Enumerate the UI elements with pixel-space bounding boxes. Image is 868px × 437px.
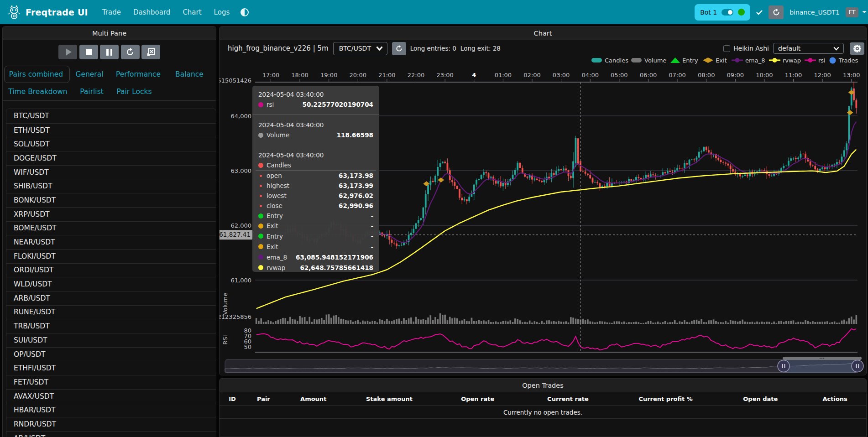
pair-list-item[interactable]: FLOKI/USDT xyxy=(6,249,216,263)
freqtrade-logo-icon xyxy=(7,5,21,20)
tooltip-row-rsi: rsi50.22577020190704 xyxy=(258,99,373,109)
column-header-id[interactable]: ID xyxy=(220,395,245,402)
pair-list-item[interactable]: FET/USDT xyxy=(6,375,216,389)
tab-pair-locks[interactable]: Pair Locks xyxy=(116,88,152,96)
pair-list-item[interactable]: BOME/USDT xyxy=(6,221,216,235)
tooltip-row-Candles: Candles xyxy=(258,160,373,170)
clear-chart-button[interactable] xyxy=(141,45,160,59)
tab-time-breakdown[interactable]: Time Breakdown xyxy=(8,88,67,96)
long-exit-count: Long exit: 28 xyxy=(460,45,501,52)
legend-candles[interactable]: Candles xyxy=(591,56,628,65)
legend-entry[interactable]: Entry xyxy=(670,56,698,65)
svg-text:13:00: 13:00 xyxy=(843,72,860,78)
column-header-open-date[interactable]: Open date xyxy=(717,395,804,402)
tooltip-date: 2024-05-04 03:40:00 xyxy=(258,120,373,130)
legend-ema_8[interactable]: ema_8 xyxy=(732,56,765,65)
column-header-current-profit-pct[interactable]: Current profit % xyxy=(614,395,717,402)
pair-list-item[interactable]: XRP/USDT xyxy=(6,207,216,221)
svg-text:09:00: 09:00 xyxy=(727,72,744,78)
navigator-handle[interactable] xyxy=(778,360,790,372)
avatar: FT xyxy=(846,7,858,17)
navigator-handle[interactable] xyxy=(852,360,863,372)
pair-list-item[interactable]: TRB/USDT xyxy=(6,319,216,333)
tab-performance[interactable]: Performance xyxy=(116,70,161,78)
heikin-ashi-checkbox[interactable] xyxy=(723,45,730,52)
nav-link-dashboard[interactable]: Dashboard xyxy=(131,6,173,18)
pair-list-item[interactable]: SOL/USDT xyxy=(6,137,216,151)
pair-list-item[interactable]: WLD/USDT xyxy=(6,277,216,291)
pair-list-item[interactable]: RUNE/USDT xyxy=(6,305,216,319)
app-title: Freqtrade UI xyxy=(26,7,88,17)
svg-text:11:00: 11:00 xyxy=(785,72,802,78)
plot-config-select[interactable]: default xyxy=(773,43,844,54)
svg-text:61,827.41: 61,827.41 xyxy=(220,231,251,238)
pair-list-item[interactable]: ETHFI/USDT xyxy=(6,361,216,375)
plot-settings-button[interactable] xyxy=(850,42,864,55)
bot-selector[interactable]: Bot 1 xyxy=(695,4,750,21)
nav-link-trade[interactable]: Trade xyxy=(99,6,124,18)
column-header-pair[interactable]: Pair xyxy=(245,395,282,402)
refresh-chart-button[interactable] xyxy=(392,42,406,55)
stop-button[interactable] xyxy=(79,45,98,59)
stop-icon xyxy=(86,49,92,55)
legend-trades[interactable]: Trades xyxy=(829,56,858,65)
svg-text:01:00: 01:00 xyxy=(495,72,512,78)
pair-list: BTC/USDTETH/USDTSOL/USDTDOGE/USDTWIF/USD… xyxy=(6,109,216,437)
pair-list-item[interactable]: SHIB/USDT xyxy=(6,179,216,193)
nav-link-logs[interactable]: Logs xyxy=(211,6,233,18)
pair-list-item[interactable]: ORDI/USDT xyxy=(6,263,216,277)
theme-toggle-icon[interactable] xyxy=(240,7,250,17)
pair-select[interactable]: BTC/USDT xyxy=(333,42,387,55)
chevron-down-icon xyxy=(376,46,383,51)
pair-list-item[interactable]: NEAR/USDT xyxy=(6,235,216,249)
play-button[interactable] xyxy=(58,45,77,59)
plot-config-value: default xyxy=(778,45,800,52)
tab-pairlist[interactable]: Pairlist xyxy=(80,88,104,96)
pair-list-item[interactable]: RNDR/USDT xyxy=(6,417,216,431)
svg-text:20:00: 20:00 xyxy=(350,72,366,78)
tooltip-row-Volume: Volume118.66598 xyxy=(258,130,373,140)
tooltip-date: 2024-05-04 03:40:00 xyxy=(258,151,373,160)
legend-rsi[interactable]: rsi xyxy=(805,56,826,65)
svg-text:07:00: 07:00 xyxy=(669,72,685,78)
svg-text:23:00: 23:00 xyxy=(436,72,453,78)
column-header-stake-amount[interactable]: Stake amount xyxy=(345,395,434,402)
reload-bot-button[interactable] xyxy=(769,5,784,19)
bot-toggle[interactable] xyxy=(722,9,733,16)
column-header-open-rate[interactable]: Open rate xyxy=(434,395,522,402)
legend-rvwap[interactable]: rvwap xyxy=(769,56,801,65)
pair-list-item[interactable]: HBAR/USDT xyxy=(6,403,216,417)
refresh-button[interactable] xyxy=(121,45,140,59)
svg-text:21:00: 21:00 xyxy=(378,72,395,78)
tab-balance[interactable]: Balance xyxy=(175,70,204,78)
pair-list-item[interactable]: AVAX/USDT xyxy=(6,389,216,403)
pair-list-item[interactable]: WIF/USDT xyxy=(6,165,216,179)
legend-exit[interactable]: Exit xyxy=(703,56,727,65)
tab-pairs-combined[interactable]: Pairs combined xyxy=(9,70,63,78)
legend-volume[interactable]: Volume xyxy=(631,56,666,65)
user-menu[interactable]: FT xyxy=(846,7,867,17)
pair-list-item[interactable]: DOGE/USDT xyxy=(6,151,216,165)
nav-link-chart[interactable]: Chart xyxy=(180,6,204,18)
navigator-selected-window[interactable] xyxy=(784,359,858,373)
column-header-amount[interactable]: Amount xyxy=(282,395,345,402)
pair-list-item[interactable]: OP/USDT xyxy=(6,347,216,361)
svg-text:515051426: 515051426 xyxy=(220,77,251,84)
svg-text:12:00: 12:00 xyxy=(814,72,831,78)
pair-list-item[interactable]: BONK/USDT xyxy=(6,193,216,207)
pair-list-item[interactable]: AR/USDT xyxy=(6,431,216,437)
play-icon xyxy=(66,48,72,56)
column-header-current-rate[interactable]: Current rate xyxy=(522,395,614,402)
tab-general[interactable]: General xyxy=(75,70,103,78)
pair-list-item[interactable]: SUI/USDT xyxy=(6,333,216,347)
pair-list-item[interactable]: ARB/USDT xyxy=(6,291,216,305)
heikin-ashi-label: Heikin Ashi xyxy=(733,45,769,52)
pause-button[interactable] xyxy=(100,45,119,59)
column-header-actions[interactable]: Actions xyxy=(804,395,866,402)
svg-text:4: 4 xyxy=(472,72,476,78)
pair-list-item[interactable]: BTC/USDT xyxy=(6,109,216,123)
clear-chart-icon xyxy=(147,48,155,56)
pair-list-item[interactable]: ETH/USDT xyxy=(6,123,216,137)
brand[interactable]: Freqtrade UI xyxy=(7,5,88,20)
exit-marker-icon xyxy=(438,177,444,182)
